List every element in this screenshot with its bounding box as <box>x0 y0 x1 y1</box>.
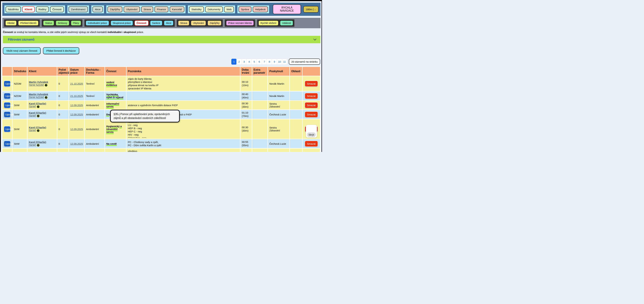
info-icon[interactable]: i <box>37 129 40 132</box>
page-link-4[interactable]: 4 <box>246 59 252 65</box>
client-group-link[interactable]: [StrW] <box>29 144 36 146</box>
poznamka-text: PC - Chotkovy sady a zpět,PC - Dům světl… <box>128 141 238 147</box>
edit-button[interactable]: Upravit <box>4 126 10 132</box>
date-link[interactable]: 12.09.2025 <box>70 113 83 116</box>
nav-zaměstnanci[interactable]: Zaměstnanci <box>68 6 88 12</box>
add-activity-to-attendance-button[interactable]: Přidat činnosti k docházce <box>43 47 79 54</box>
date-link[interactable]: 12.09.2025 <box>70 104 83 107</box>
date-link[interactable]: 21.10.2025 <box>70 82 83 85</box>
page-link-6[interactable]: 6 <box>256 59 262 65</box>
date-link[interactable]: 12.09.2025 <box>70 128 83 131</box>
quick-navigation-button[interactable]: RYCHLÁ NAVIGACE <box>273 4 301 14</box>
page-link-3[interactable]: 3 <box>242 59 247 65</box>
nav-správa[interactable]: Správa <box>238 6 252 12</box>
nav-akce[interactable]: Akce <box>92 6 103 12</box>
client-link[interactable]: Martin Vyhnálek <box>29 81 48 83</box>
subnav-akce[interactable]: Akce <box>164 20 174 26</box>
subnav-práce-neznám-klienta[interactable]: Práce neznám klienta <box>226 20 254 26</box>
info-icon[interactable]: i <box>37 115 40 117</box>
subnav-zápůjčky[interactable]: Zápůjčky <box>208 20 222 26</box>
page-link-9[interactable]: 9 <box>272 59 277 65</box>
activity-link[interactable]: vedení evidence <box>106 81 117 86</box>
subnav-smlouvy[interactable]: Smlouvy <box>56 20 70 26</box>
intro-segment: práce. <box>136 31 144 33</box>
nav-klienti[interactable]: Klienti <box>22 6 35 12</box>
nav-činnosti[interactable]: Činnosti <box>50 6 64 12</box>
client-group-link[interactable]: [StrW] <box>29 114 36 117</box>
nav-zápůjčky[interactable]: Zápůjčky <box>108 6 122 12</box>
new-activity-record-button[interactable]: Vložit nový záznam činnosti <box>3 47 40 54</box>
edit-button[interactable]: Upravit <box>4 111 10 118</box>
info-icon[interactable]: i <box>45 96 48 99</box>
client-link[interactable]: Karel (Charlie) <box>29 126 46 129</box>
nav-nástěnka[interactable]: Nástěnka <box>6 6 21 12</box>
nav-dokumenty[interactable]: Dokumenty <box>205 6 223 12</box>
nav-kancelář[interactable]: Kancelář <box>170 6 184 12</box>
hide-button[interactable]: Skrýt <box>307 132 316 137</box>
chevron-down-icon[interactable] <box>313 38 316 40</box>
page-link-10[interactable]: 10 <box>277 59 282 65</box>
cell-extra-parametr <box>252 119 268 139</box>
delete-button[interactable]: Smazat <box>305 111 318 118</box>
page-link-8[interactable]: 8 <box>267 59 272 65</box>
per-page-select[interactable]: 20 záznamů na stránku <box>289 59 320 65</box>
client-link[interactable]: Karel (Charlie) <box>29 102 46 105</box>
edit-button[interactable]: Upravit <box>4 102 10 108</box>
client-group-link[interactable]: [StrW] <box>29 129 36 132</box>
subnav-hledat[interactable]: Hledat <box>5 20 17 26</box>
subnav-strava[interactable]: Strava <box>178 20 190 26</box>
info-icon[interactable]: i <box>45 84 48 87</box>
activity-link[interactable]: Informační servis <box>106 102 119 108</box>
page-link-2[interactable]: 2 <box>236 59 242 65</box>
delete-button[interactable]: Smazat <box>305 141 318 147</box>
page-link-1[interactable]: 1 <box>231 59 236 65</box>
nav-helpdesk[interactable]: Helpdesk <box>253 6 268 12</box>
activity-link[interactable]: Na cestě <box>106 142 117 145</box>
delete-button[interactable]: Smazat <box>305 93 318 99</box>
client-group-link[interactable]: [StrW NZDM] <box>29 83 44 86</box>
subnav-plány[interactable]: Plány <box>71 20 81 26</box>
edit-button[interactable]: Upravit <box>4 93 10 99</box>
subnav-rychlé-vložení[interactable]: Rychlé vložení <box>258 20 278 26</box>
client-link[interactable]: Martin Vyhnálek <box>29 93 48 96</box>
edit-button[interactable]: Upravit <box>4 141 10 147</box>
filter-panel-title: Filtrování záznamů <box>8 38 34 41</box>
nav-statistiky[interactable]: Statistiky <box>189 6 204 12</box>
subnav-sankce[interactable]: Sankce <box>150 20 162 26</box>
date-link[interactable]: 12.09.2025 <box>70 142 83 145</box>
client-group-link[interactable]: [StrW] <box>29 105 36 108</box>
delete-button[interactable]: Smazat <box>305 81 318 87</box>
subnav-ubytování[interactable]: Ubytování <box>191 20 206 26</box>
nav-rodiny[interactable]: Rodiny <box>36 6 49 12</box>
cell-klient: Karel (Charlie)[StrW]i <box>28 101 56 110</box>
info-icon[interactable]: i <box>37 105 40 108</box>
subnav-události[interactable]: Události <box>280 20 293 26</box>
session-logout-button[interactable]: 180m (→ <box>303 6 318 13</box>
client-link[interactable]: Karel (Charlie) <box>29 141 46 144</box>
cell-delete: Smazat <box>302 101 320 110</box>
poznamka-text: zápis do karty klientapřemýšlení o klien… <box>128 77 238 90</box>
client-link[interactable]: Karel (Charlie) <box>29 111 46 114</box>
nav-ubytování[interactable]: Ubytování <box>124 6 140 12</box>
cell-klient: Karel (Charlie)[StrW]i <box>28 139 56 148</box>
date-link[interactable]: 21.10.2025 <box>70 95 83 97</box>
nav-web[interactable]: Web <box>224 6 234 12</box>
nav-strava[interactable]: Strava <box>141 6 153 12</box>
info-icon[interactable]: i <box>37 144 40 147</box>
nav-finance[interactable]: Finance <box>154 6 168 12</box>
delete-button[interactable]: Smazat <box>305 102 318 108</box>
edit-button[interactable]: Upravit <box>4 81 10 87</box>
page-link-11[interactable]: 11 <box>282 59 287 65</box>
activity-link[interactable]: Vycházka, výlet či výjezd <box>106 93 123 99</box>
filter-panel-header[interactable]: Filtrování záznamů <box>3 36 320 43</box>
cell-datum-prace: 21.10.2025 <box>69 92 84 100</box>
subnav-status[interactable]: Status <box>43 20 54 26</box>
client-group-link[interactable]: [StrW NZDM] <box>29 96 44 99</box>
subnav-individuální-práce[interactable]: Individuální práce <box>86 20 109 26</box>
subnav-přehled-klientů[interactable]: Přehled klientů <box>18 20 38 26</box>
subnav-činnosti[interactable]: Činnosti <box>134 20 148 26</box>
subnav-skupinová-práce[interactable]: Skupinová práce <box>110 20 133 26</box>
page-link-7[interactable]: 7 <box>262 59 267 65</box>
page-link-5[interactable]: 5 <box>252 59 257 65</box>
activity-link[interactable]: Hygienický a zdravotní servis <box>106 125 122 134</box>
